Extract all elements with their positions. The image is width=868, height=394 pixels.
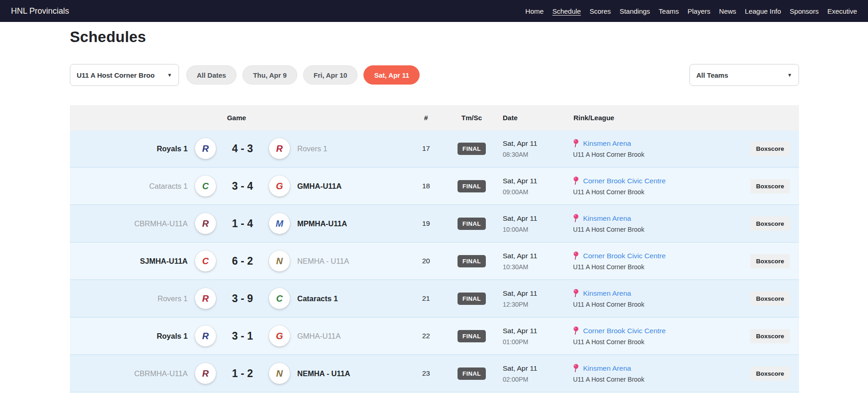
home-team-name[interactable]: NEMHA - U11A [297,257,403,266]
away-team-name[interactable]: Royals 1 [70,144,188,153]
game-row: CBRMHA-U11A R 1 - 2 N NEMHA - U11A 23 FI… [70,355,799,393]
status-cell: FINAL [449,143,494,155]
game-date: Sat, Apr 11 [503,139,565,148]
chevron-down-icon: ▼ [162,72,172,78]
rink-link[interactable]: Kinsmen Arena [583,139,631,148]
away-logo-letter: R [202,144,209,154]
game-time: 10:30AM [503,263,565,271]
game-score: 1 - 4 [223,218,262,230]
game-cell: Cataracts 1 C 3 - 4 G GMHA-U11A [70,176,403,197]
away-team-logo-icon: R [195,325,216,346]
away-team-name[interactable]: Cataracts 1 [70,182,188,191]
status-badge: FINAL [458,143,486,155]
away-team-logo-icon: C [195,176,216,197]
boxscore-cell: Boxscore [741,217,799,231]
nav-item[interactable]: News [719,7,736,15]
rink-cell: Corner Brook Civic Centre U11 A Host Cor… [565,176,741,196]
league-name: U11 A Host Corner Brook [573,338,741,346]
nav-item[interactable]: Players [688,7,710,15]
home-team-name[interactable]: GMHA-U11A [297,182,403,191]
rink-link[interactable]: Kinsmen Arena [583,289,631,298]
game-time: 08:30AM [503,151,565,158]
boxscore-button[interactable]: Boxscore [750,254,790,268]
rink-link[interactable]: Corner Brook Civic Centre [583,327,666,335]
location-pin-icon [573,364,579,373]
schedule-table-body: Royals 1 R 4 - 3 R Rovers 1 17 FINAL Sat… [70,130,799,393]
home-team-logo-icon: R [269,138,290,159]
boxscore-button[interactable]: Boxscore [750,292,790,306]
league-name: U11 A Host Corner Brook [573,151,741,158]
top-navbar: HNL Provincials Home Schedule Scores Sta… [0,0,868,22]
home-team-name[interactable]: GMHA-U11A [297,332,403,341]
home-team-logo-icon: G [269,176,290,197]
league-name: U11 A Host Corner Brook [573,263,741,271]
date-pill[interactable]: Sat, Apr 11 [363,65,420,85]
home-logo-letter: N [276,368,283,379]
league-name: U11 A Host Corner Brook [573,226,741,233]
nav-item[interactable]: Sponsors [790,7,819,15]
nav-item[interactable]: Teams [659,7,679,15]
game-number: 20 [403,257,449,265]
home-logo-letter: G [276,331,283,341]
away-team-name[interactable]: CBRMHA-U11A [70,369,188,378]
boxscore-cell: Boxscore [741,179,799,193]
boxscore-button[interactable]: Boxscore [750,142,790,156]
status-badge: FINAL [458,330,486,342]
boxscore-button[interactable]: Boxscore [750,179,790,193]
game-date: Sat, Apr 11 [503,214,565,223]
game-number: 21 [403,294,449,303]
game-date: Sat, Apr 11 [503,289,565,298]
date-pill[interactable]: Fri, Apr 10 [303,65,358,85]
boxscore-cell: Boxscore [741,367,799,381]
away-team-name[interactable]: Rovers 1 [70,294,188,303]
home-logo-letter: G [276,181,283,192]
game-score: 3 - 4 [223,180,262,192]
site-brand[interactable]: HNL Provincials [11,6,69,16]
status-cell: FINAL [449,367,494,380]
rink-cell: Corner Brook Civic Centre U11 A Host Cor… [565,251,741,271]
chevron-down-icon: ▼ [782,72,792,78]
division-dropdown[interactable]: U11 A Host Corner Broo ▼ [70,64,179,86]
away-team-name[interactable]: CBRMHA-U11A [70,219,188,228]
away-logo-letter: C [202,181,209,192]
status-cell: FINAL [449,180,494,192]
boxscore-button[interactable]: Boxscore [750,367,790,381]
header-rink: Rink/League [565,114,741,122]
location-pin-icon [573,139,579,148]
rink-link[interactable]: Kinsmen Arena [583,364,631,373]
game-row: Royals 1 R 3 - 1 G GMHA-U11A 22 FINAL Sa… [70,318,799,355]
boxscore-cell: Boxscore [741,292,799,306]
date-pill[interactable]: All Dates [186,65,237,85]
location-pin-icon [573,326,579,335]
status-cell: FINAL [449,293,494,305]
game-number: 17 [403,144,449,153]
location-pin-icon [573,176,579,185]
location-pin-icon [573,214,579,223]
rink-link[interactable]: Corner Brook Civic Centre [583,252,666,260]
nav-item[interactable]: Standings [620,7,650,15]
home-team-name[interactable]: Rovers 1 [297,144,403,153]
away-team-logo-icon: R [195,288,216,309]
nav-item[interactable]: Scores [589,7,611,15]
home-team-name[interactable]: MPMHA-U11A [297,219,403,228]
date-pill[interactable]: Thu, Apr 9 [242,65,297,85]
nav-item[interactable]: League Info [745,7,781,15]
away-team-name[interactable]: Royals 1 [70,332,188,341]
home-team-name[interactable]: Cataracts 1 [297,294,403,303]
game-score: 3 - 9 [223,293,262,305]
game-cell: Royals 1 R 3 - 1 G GMHA-U11A [70,325,403,346]
date-cell: Sat, Apr 11 01:00PM [494,327,565,346]
nav-item[interactable]: Executive [827,7,857,15]
team-dropdown[interactable]: All Teams ▼ [689,64,799,86]
game-score: 3 - 1 [223,330,262,342]
boxscore-button[interactable]: Boxscore [750,329,790,343]
date-cell: Sat, Apr 11 09:00AM [494,177,565,196]
boxscore-button[interactable]: Boxscore [750,217,790,231]
home-team-logo-icon: M [269,213,290,234]
away-team-name[interactable]: SJMHA-U11A [70,257,188,266]
nav-item[interactable]: Home [526,7,544,15]
nav-item[interactable]: Schedule [552,7,581,15]
rink-link[interactable]: Kinsmen Arena [583,214,631,223]
rink-link[interactable]: Corner Brook Civic Centre [583,177,666,185]
home-team-name[interactable]: NEMHA - U11A [297,369,403,378]
